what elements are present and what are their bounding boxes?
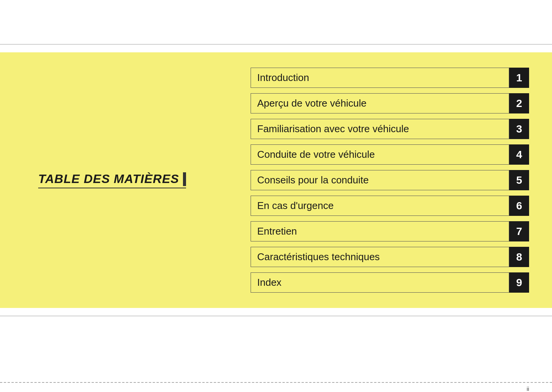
main-content: TABLE DES MATIÈRES Introduction1Aperçu d… [0, 52, 552, 308]
bottom-white-space [0, 316, 552, 359]
toc-number-6: 6 [509, 196, 529, 216]
toc-entry-1[interactable]: Introduction [251, 68, 509, 88]
toc-list: Introduction1Aperçu de votre véhicule2Fa… [251, 68, 529, 293]
toc-number-1: 1 [509, 68, 529, 88]
toc-number-8: 8 [509, 247, 529, 267]
toc-row: Introduction1 [251, 68, 529, 88]
page-number: ii [527, 386, 529, 392]
toc-entry-2[interactable]: Aperçu de votre véhicule [251, 93, 509, 113]
page-container: TABLE DES MATIÈRES Introduction1Aperçu d… [0, 0, 552, 392]
top-border [0, 44, 552, 45]
toc-number-4: 4 [509, 144, 529, 165]
title-marker [183, 172, 186, 186]
left-section: TABLE DES MATIÈRES [23, 68, 251, 293]
toc-row: Conseils pour la conduite5 [251, 170, 529, 190]
toc-entry-7[interactable]: Entretien [251, 221, 509, 241]
table-title: TABLE DES MATIÈRES [38, 172, 186, 188]
toc-row: Caractéristiques techniques8 [251, 247, 529, 267]
toc-number-9: 9 [509, 272, 529, 293]
footer: ii [0, 383, 552, 392]
toc-row: Index9 [251, 272, 529, 293]
toc-row: Entretien7 [251, 221, 529, 241]
toc-number-5: 5 [509, 170, 529, 190]
toc-number-7: 7 [509, 221, 529, 241]
toc-row: Familiarisation avec votre véhicule3 [251, 119, 529, 139]
toc-entry-9[interactable]: Index [251, 272, 509, 293]
toc-entry-8[interactable]: Caractéristiques techniques [251, 247, 509, 267]
title-text: TABLE DES MATIÈRES [38, 172, 179, 186]
toc-row: En cas d'urgence6 [251, 196, 529, 216]
toc-row: Aperçu de votre véhicule2 [251, 93, 529, 113]
toc-entry-3[interactable]: Familiarisation avec votre véhicule [251, 119, 509, 139]
toc-row: Conduite de votre véhicule4 [251, 144, 529, 165]
toc-entry-5[interactable]: Conseils pour la conduite [251, 170, 509, 190]
toc-number-2: 2 [509, 93, 529, 113]
toc-entry-4[interactable]: Conduite de votre véhicule [251, 144, 509, 165]
top-white-space [0, 0, 552, 21]
toc-entry-6[interactable]: En cas d'urgence [251, 196, 509, 216]
toc-number-3: 3 [509, 119, 529, 139]
